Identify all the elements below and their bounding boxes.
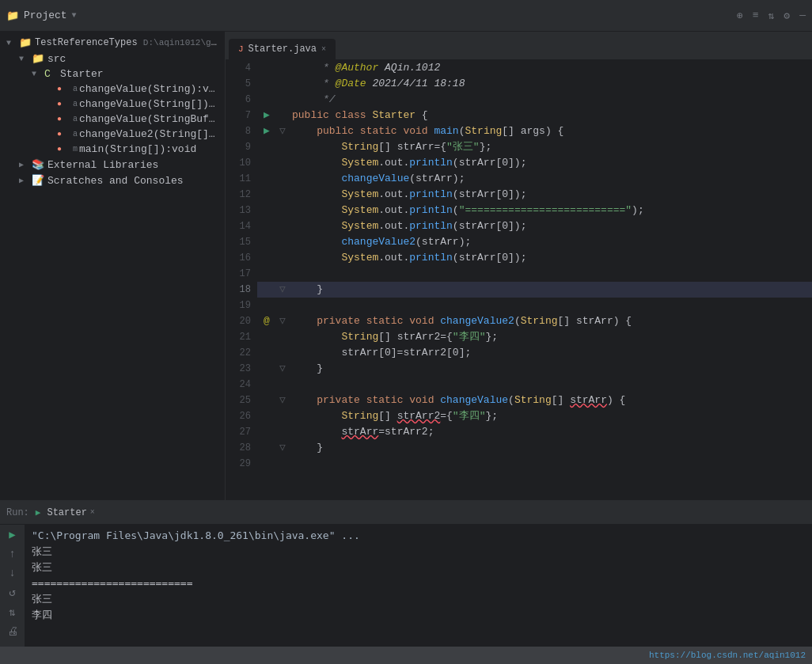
title-bar: 📁 Project ▼ ⊕ ≡ ⇅ ⚙ — — [0, 0, 812, 32]
sidebar-item-method-main[interactable]: ● m main(String[]):void — [0, 142, 225, 157]
run-sort-button[interactable]: ⇅ — [4, 605, 21, 619]
method-label3: changeValue(StringBuffer):void — [79, 113, 218, 125]
run-down-button[interactable]: ↓ — [4, 567, 21, 579]
line-number: 16 — [226, 250, 257, 266]
line-fold — [276, 345, 289, 361]
line-code: System.out.println(strArr[0]); — [289, 187, 812, 203]
run-tab-close[interactable]: × — [90, 508, 95, 517]
run-rerun-button[interactable]: ↺ — [4, 586, 21, 599]
line-gutter: @ — [257, 313, 276, 329]
line-number: 8 — [226, 123, 257, 139]
run-label: Run: — [6, 507, 29, 518]
settings-icon[interactable]: ⚙ — [784, 9, 790, 22]
line-gutter — [257, 298, 276, 313]
run-up-button[interactable]: ↑ — [4, 548, 21, 560]
line-number: 13 — [226, 203, 257, 218]
editor-area: J Starter.java × 4 * @Author AQin.1012 5… — [226, 32, 812, 500]
line-number: 14 — [226, 218, 257, 234]
line-number: 9 — [226, 139, 257, 155]
line-code: System.out.println(strArr[0]); — [289, 155, 812, 171]
line-code: } — [289, 361, 812, 377]
run-output-cmd: "C:\Program Files\Java\jdk1.8.0_261\bin\… — [32, 528, 806, 544]
tree-arrow — [44, 100, 57, 108]
sidebar-item-method-changevalue-arr[interactable]: ● a changeValue(String[]):void — [0, 97, 225, 112]
access-icon: a — [73, 85, 78, 93]
tab-close-button[interactable]: × — [321, 45, 326, 54]
code-line-29: 29 — [226, 456, 812, 472]
status-url: https://blog.csdn.net/aqin1012 — [649, 651, 806, 660]
code-line-19: 19 — [226, 298, 812, 313]
tree-arrow — [44, 85, 57, 93]
code-line-5: 5 * @Date 2021/4/11 18:18 — [226, 76, 812, 92]
sidebar-item-project-root[interactable]: ▼ 📁 TestReferenceTypes D:\aqin1012\gitco… — [0, 35, 225, 51]
run-output-line-5: 李四 — [32, 607, 806, 623]
sidebar-item-method-changevalue2[interactable]: ● a changeValue2(String[]):void — [0, 127, 225, 142]
code-line-15: 15 changeValue2(strArr); — [226, 234, 812, 250]
line-gutter — [257, 203, 276, 218]
run-output-line-1: 张三 — [32, 544, 806, 560]
code-line-25: 25 ▽ private static void changeValue(Str… — [226, 393, 812, 408]
main-area: ▼ 📁 TestReferenceTypes D:\aqin1012\gitco… — [0, 32, 812, 500]
line-code: System.out.println(strArr[0]); — [289, 250, 812, 266]
line-gutter — [257, 440, 276, 456]
line-number: 25 — [226, 393, 257, 408]
sort-icon[interactable]: ⇅ — [768, 9, 775, 22]
line-number: 29 — [226, 456, 257, 472]
sidebar-item-method-changevalue-sb[interactable]: ● a changeValue(StringBuffer):void — [0, 112, 225, 127]
line-gutter — [257, 393, 276, 408]
tree-arrow: ▶ — [19, 176, 32, 185]
run-tab[interactable]: Starter × — [47, 507, 94, 518]
line-code: } — [289, 282, 812, 298]
code-editor[interactable]: 4 * @Author AQin.1012 5 * @Date 2021/4/1… — [226, 60, 812, 500]
line-number: 20 — [226, 313, 257, 329]
line-number: 18 — [226, 282, 257, 298]
run-print-button[interactable]: 🖨 — [4, 625, 21, 638]
line-number: 15 — [226, 234, 257, 250]
line-gutter — [257, 139, 276, 155]
line-number: 7 — [226, 108, 257, 123]
line-gutter — [257, 234, 276, 250]
code-line-14: 14 System.out.println(strArr[0]); — [226, 218, 812, 234]
run-tab-icon: ▶ — [36, 507, 41, 518]
sidebar-item-starter[interactable]: ▼ C Starter — [0, 66, 225, 82]
run-play-button[interactable]: ▶ — [4, 528, 21, 541]
run-toolbar: Run: ▶ Starter × — [0, 501, 812, 525]
project-label[interactable]: 📁 Project ▼ — [6, 9, 77, 22]
line-code: private static void changeValue2(String[… — [289, 313, 812, 329]
code-line-23: 23 ▽ } — [226, 361, 812, 377]
line-number: 11 — [226, 171, 257, 187]
scratches-label: Scratches and Consoles — [47, 175, 184, 187]
line-gutter — [257, 187, 276, 203]
code-line-10: 10 System.out.println(strArr[0]); — [226, 155, 812, 171]
java-file-icon: J — [238, 44, 244, 54]
method-label2: changeValue(String[]):void — [79, 98, 218, 110]
line-fold — [276, 377, 289, 393]
method-label5: main(String[]):void — [79, 143, 196, 155]
tree-arrow: ▼ — [32, 70, 44, 78]
editor-tab[interactable]: J Starter.java × — [229, 39, 336, 59]
tree-arrow: ▼ — [19, 55, 32, 63]
project-dropdown-icon[interactable]: ▼ — [72, 11, 77, 20]
sidebar-item-method-changevalue-str[interactable]: ● a changeValue(String):void — [0, 82, 225, 97]
sidebar-item-src[interactable]: ▼ 📁 src — [0, 51, 225, 66]
line-code: */ — [289, 92, 812, 108]
code-line-6: 6 */ — [226, 92, 812, 108]
line-fold — [276, 171, 289, 187]
line-gutter — [257, 377, 276, 393]
line-fold — [276, 139, 289, 155]
line-fold — [276, 329, 289, 345]
line-gutter — [257, 361, 276, 377]
line-fold: ▽ — [276, 313, 289, 329]
line-fold — [276, 456, 289, 472]
root-path: D:\aqin1012\gitcode — [143, 37, 218, 48]
minimize-icon[interactable]: — — [799, 9, 806, 22]
run-panel: Run: ▶ Starter × ▶ ↑ ↓ ↺ ⇅ 🖨 ↓ "C:\Progr… — [0, 500, 812, 647]
run-output-line-3: ========================== — [32, 575, 806, 591]
line-code: String[] strArr2={"李四"}; — [289, 408, 812, 424]
add-icon[interactable]: ⊕ — [737, 9, 743, 22]
sidebar-item-external-libs[interactable]: ▶ 📚 External Libraries — [0, 157, 225, 173]
code-line-27: 27 strArr=strArr2; — [226, 424, 812, 440]
folder-icon: 📁 — [19, 36, 35, 49]
sidebar-item-scratches[interactable]: ▶ 📝 Scratches and Consoles — [0, 173, 225, 188]
layout-icon[interactable]: ≡ — [753, 9, 759, 22]
